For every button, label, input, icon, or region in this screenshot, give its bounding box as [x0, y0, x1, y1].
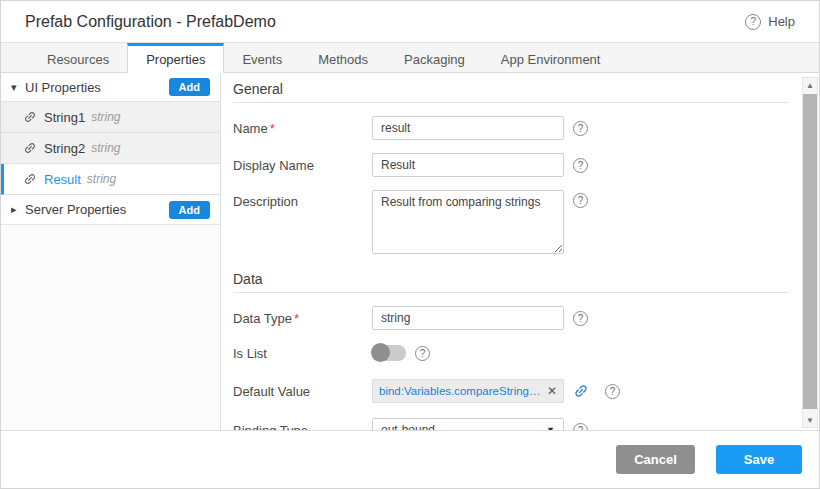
sidebar-item-result[interactable]: Result string: [1, 164, 220, 195]
property-type: string: [91, 110, 120, 124]
chevron-down-icon: ▾: [11, 81, 25, 94]
is-list-label: Is List: [233, 346, 372, 361]
server-properties-label: Server Properties: [25, 202, 126, 217]
property-type: string: [87, 172, 116, 186]
link-icon: [20, 138, 40, 158]
binding-type-value: out-bound: [381, 423, 546, 430]
sidebar-item-string2[interactable]: String2 string: [1, 133, 220, 164]
field-row-is-list: Is List ?: [233, 343, 789, 363]
display-name-field[interactable]: [372, 153, 564, 177]
dialog-body: ▾ UI Properties Add String1 string Strin…: [1, 73, 819, 430]
section-title-general: General: [233, 81, 789, 103]
data-type-field[interactable]: [372, 306, 564, 330]
tab-properties[interactable]: Properties: [127, 43, 224, 73]
tab-resources[interactable]: Resources: [29, 43, 127, 72]
name-help-icon[interactable]: ?: [573, 121, 588, 136]
property-name: Result: [44, 172, 81, 187]
add-server-property-button[interactable]: Add: [169, 201, 210, 219]
name-label: Name*: [233, 121, 372, 136]
properties-sidebar: ▾ UI Properties Add String1 string Strin…: [1, 73, 221, 430]
bind-link-icon[interactable]: [570, 380, 593, 403]
field-row-display-name: Display Name ?: [233, 153, 789, 177]
help-icon: ?: [745, 14, 761, 30]
ui-properties-label: UI Properties: [25, 80, 101, 95]
dialog-footer: Cancel Save: [1, 430, 819, 488]
display-name-help-icon[interactable]: ?: [573, 158, 588, 173]
field-row-binding-type: Binding Type out-bound ▼ ?: [233, 418, 789, 430]
description-help-icon[interactable]: ?: [573, 193, 588, 208]
data-type-label: Data Type*: [233, 311, 372, 326]
prefab-configuration-dialog: Prefab Configuration - PrefabDemo ? Help…: [0, 0, 820, 489]
tab-methods[interactable]: Methods: [300, 43, 386, 72]
field-row-data-type: Data Type* ?: [233, 306, 789, 330]
tab-bar: Resources Properties Events Methods Pack…: [1, 43, 819, 73]
display-name-label: Display Name: [233, 158, 372, 173]
property-name: String1: [44, 110, 85, 125]
binding-type-help-icon[interactable]: ?: [573, 423, 588, 431]
binding-type-label: Binding Type: [233, 423, 372, 431]
scroll-up-icon[interactable]: ▲: [803, 78, 817, 92]
default-value-help-icon[interactable]: ?: [605, 384, 620, 399]
description-field[interactable]: Result from comparing strings: [372, 190, 564, 254]
bind-expression: bind:Variables.compareString.dataSet...: [379, 385, 543, 397]
toggle-knob: [371, 343, 390, 362]
tab-events[interactable]: Events: [224, 43, 300, 72]
default-value-label: Default Value: [233, 384, 372, 399]
help-label: Help: [768, 14, 795, 29]
clear-binding-icon[interactable]: ✕: [547, 385, 557, 397]
chevron-right-icon: ▸: [11, 203, 25, 216]
save-button[interactable]: Save: [716, 445, 802, 474]
field-row-description: Description Result from comparing string…: [233, 190, 789, 254]
tab-packaging[interactable]: Packaging: [386, 43, 483, 72]
dialog-header: Prefab Configuration - PrefabDemo ? Help: [1, 1, 819, 43]
scroll-down-icon[interactable]: ▼: [803, 413, 817, 427]
help-link[interactable]: ? Help: [745, 14, 795, 30]
add-ui-property-button[interactable]: Add: [169, 78, 210, 96]
default-value-field[interactable]: bind:Variables.compareString.dataSet... …: [372, 379, 564, 403]
field-row-name: Name* ?: [233, 116, 789, 140]
link-icon: [20, 107, 40, 127]
property-form: General Name* ? Display Name ? Descripti: [221, 73, 819, 430]
sidebar-item-string1[interactable]: String1 string: [1, 102, 220, 133]
section-title-data: Data: [233, 271, 789, 293]
binding-type-select[interactable]: out-bound ▼: [372, 418, 564, 430]
sidebar-group-server-properties[interactable]: ▸ Server Properties Add: [1, 195, 220, 225]
scrollbar-thumb[interactable]: [803, 94, 817, 409]
vertical-scrollbar[interactable]: ▲ ▼: [802, 77, 818, 428]
sidebar-group-ui-properties[interactable]: ▾ UI Properties Add: [1, 73, 220, 102]
tab-app-environment[interactable]: App Environment: [483, 43, 619, 72]
cancel-button[interactable]: Cancel: [616, 445, 695, 474]
required-asterisk: *: [294, 311, 299, 326]
property-type: string: [91, 141, 120, 155]
link-icon: [20, 169, 40, 189]
page-title: Prefab Configuration - PrefabDemo: [25, 13, 276, 31]
data-type-help-icon[interactable]: ?: [573, 311, 588, 326]
field-row-default-value: Default Value bind:Variables.compareStri…: [233, 379, 789, 403]
required-asterisk: *: [270, 121, 275, 136]
dropdown-arrow-icon: ▼: [546, 425, 555, 430]
name-field[interactable]: [372, 116, 564, 140]
property-name: String2: [44, 141, 85, 156]
is-list-help-icon[interactable]: ?: [415, 346, 430, 361]
is-list-toggle[interactable]: [372, 345, 406, 361]
description-label: Description: [233, 190, 372, 209]
